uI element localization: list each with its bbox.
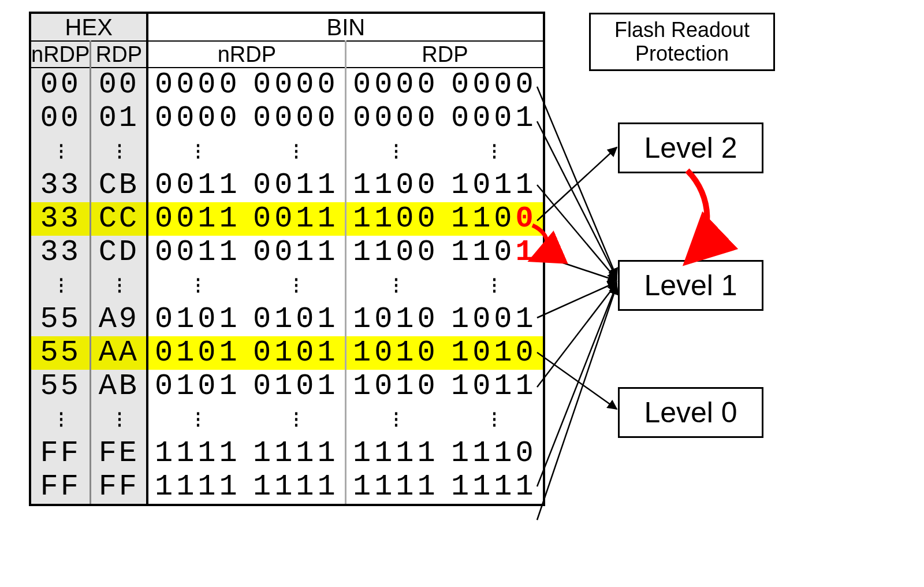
level-2-box: Level 2 xyxy=(618,122,763,173)
table-row: 33CC0011001111001100 xyxy=(30,202,544,236)
table-row: 33CB0011001111001011 xyxy=(30,169,544,202)
svg-line-8 xyxy=(537,147,617,221)
table-row: ⋮⋮⋮⋮⋮⋮ xyxy=(30,269,544,303)
table-row: 00000000000000000000 xyxy=(30,68,544,102)
svg-line-1 xyxy=(537,121,617,278)
table-row: 55AA0101010110101010 xyxy=(30,336,544,370)
table-row: FFFE1111111111111110 xyxy=(30,437,544,470)
header-hex: HEX xyxy=(30,13,147,41)
svg-line-3 xyxy=(537,254,617,281)
table-row: FFFF1111111111111111 xyxy=(30,470,544,505)
level-1-box: Level 1 xyxy=(618,260,763,311)
svg-line-0 xyxy=(537,87,617,277)
table-row: ⋮⋮⋮⋮⋮⋮ xyxy=(30,403,544,437)
level-0-box: Level 0 xyxy=(618,387,763,438)
rdp-table: HEX BIN nRDP RDP nRDP RDP 00000000000000… xyxy=(29,12,545,506)
svg-line-6 xyxy=(537,284,617,486)
red-arrow-level2-to-level1 xyxy=(687,170,707,259)
svg-line-4 xyxy=(537,282,617,318)
table-row: 55A90101010110101001 xyxy=(30,303,544,336)
header-bin-rdp: RDP xyxy=(346,41,545,68)
header-hex-rdp: RDP xyxy=(91,41,148,68)
table-row: 33CD0011001111001101 xyxy=(30,236,544,269)
header-bin: BIN xyxy=(147,13,544,41)
table-row: ⋮⋮⋮⋮⋮⋮ xyxy=(30,135,544,169)
header-hex-nrdp: nRDP xyxy=(30,41,91,68)
title-box: Flash Readout Protection xyxy=(589,13,775,71)
diagram-root: HEX BIN nRDP RDP nRDP RDP 00000000000000… xyxy=(12,12,912,575)
table-row: 55AB0101010110101011 xyxy=(30,370,544,403)
table-body: 0000000000000000000000010000000000000001… xyxy=(30,68,544,505)
svg-line-9 xyxy=(537,352,617,409)
header-bin-nrdp: nRDP xyxy=(147,41,346,68)
black-arrows xyxy=(537,87,617,520)
svg-line-5 xyxy=(537,283,617,387)
svg-line-2 xyxy=(537,185,617,280)
svg-line-7 xyxy=(537,285,617,520)
table-row: 00010000000000000001 xyxy=(30,102,544,135)
